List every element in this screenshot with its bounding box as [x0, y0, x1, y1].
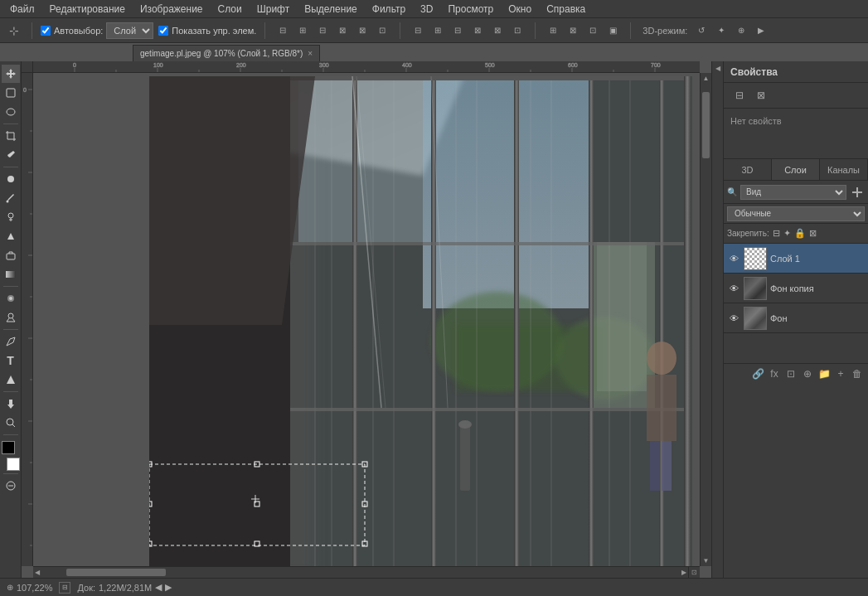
layers-new-button[interactable]	[850, 185, 865, 200]
show-transform-checkbox[interactable]	[158, 26, 168, 36]
proof-colors-button[interactable]: ⊟	[59, 582, 70, 594]
zoom-tool[interactable]	[2, 414, 20, 432]
layer-eye-1[interactable]: 👁	[727, 282, 740, 295]
menu-font[interactable]: Шрифт	[250, 2, 296, 17]
eyedropper-tool[interactable]	[2, 146, 20, 164]
align-center-v-icon[interactable]: ⊠	[353, 22, 371, 40]
layer-item-0[interactable]: 👁 Слой 1	[724, 244, 868, 274]
align-center-h-icon[interactable]: ⊞	[293, 22, 312, 40]
quick-mask-tool[interactable]	[2, 477, 20, 495]
layer-eye-2[interactable]: 👁	[727, 312, 740, 325]
dist-top-icon[interactable]: ⊠	[468, 22, 487, 40]
transform3-icon[interactable]: ⊡	[584, 22, 602, 40]
add-layer-button[interactable]: +	[833, 366, 848, 381]
menu-view[interactable]: Просмотр	[441, 2, 500, 17]
heal-tool[interactable]	[2, 170, 20, 188]
link-layers-button[interactable]: 🔗	[750, 366, 765, 381]
document-tab[interactable]: getimage.pl.jpeg @ 107% (Слой 1, RGB/8*)…	[133, 45, 320, 61]
blend-mode-select[interactable]: Обычные	[727, 206, 865, 221]
move-tool[interactable]	[2, 65, 20, 83]
tab-3d[interactable]: 3D	[724, 159, 772, 180]
properties-icons: ⊟ ⊠	[724, 83, 868, 109]
menu-image[interactable]: Изображение	[133, 2, 210, 17]
autoselect-select[interactable]: Слой	[106, 22, 153, 39]
transform-icons: ⊞ ⊠ ⊡ ▣	[544, 22, 622, 40]
add-group-button[interactable]: 📁	[817, 366, 832, 381]
layers-view-select[interactable]: Вид	[740, 185, 846, 200]
add-style-button[interactable]: fx	[767, 366, 782, 381]
collapse-arrow-1[interactable]: ◀	[715, 65, 720, 72]
layer-eye-0[interactable]: 👁	[727, 252, 740, 265]
layer-item-2[interactable]: 👁 Фон	[724, 303, 868, 333]
dist-center-v-icon[interactable]: ⊠	[488, 22, 507, 40]
3d-pan-icon[interactable]: ✦	[712, 22, 730, 40]
lock-transparency-icon[interactable]: ⊠	[809, 228, 817, 239]
add-adjustment-button[interactable]: ⊕	[800, 366, 815, 381]
scroll-down-arrow[interactable]: ▼	[701, 555, 711, 566]
scroll-thumb-h[interactable]	[66, 569, 166, 576]
scroll-left-arrow[interactable]: ◀	[33, 567, 41, 578]
move-tool-icon[interactable]: ⊹	[5, 22, 23, 40]
pen-tool[interactable]	[2, 332, 20, 351]
brush-tool[interactable]	[2, 189, 20, 207]
scrollbar-horizontal[interactable]: ◀ ▶ ⊡	[33, 566, 700, 578]
path-tool[interactable]	[2, 371, 20, 389]
layer-item-1[interactable]: 👁 Фон копия	[724, 274, 868, 303]
dist-center-h-icon[interactable]: ⊞	[429, 22, 447, 40]
text-tool[interactable]: T	[2, 351, 20, 370]
dist-left-icon[interactable]: ⊟	[409, 22, 427, 40]
align-right-icon[interactable]: ⊟	[313, 22, 332, 40]
background-color[interactable]	[7, 458, 20, 471]
lock-pixels-icon[interactable]: ⊟	[773, 228, 780, 239]
gradient-tool[interactable]	[2, 265, 20, 283]
3d-video-icon[interactable]: ▶	[752, 22, 770, 40]
lock-all-icon[interactable]: 🔒	[794, 228, 806, 239]
tab-channels[interactable]: Каналы	[820, 159, 868, 180]
menu-file[interactable]: Файл	[3, 2, 41, 17]
hand-tool[interactable]	[2, 395, 20, 413]
properties-icon-2[interactable]: ⊠	[752, 86, 770, 104]
menu-select[interactable]: Выделение	[298, 2, 364, 17]
add-mask-button[interactable]: ⊡	[783, 366, 798, 381]
svg-text:400: 400	[402, 62, 412, 68]
scrollbar-vertical[interactable]: ▲ ▼	[700, 73, 711, 566]
clone-tool[interactable]	[2, 208, 20, 226]
doc-arrow-left[interactable]: ◀	[155, 582, 162, 593]
autoselect-checkbox[interactable]	[41, 26, 51, 36]
menu-filter[interactable]: Фильтр	[366, 2, 412, 17]
align-top-icon[interactable]: ⊠	[333, 22, 352, 40]
menu-layers[interactable]: Слои	[211, 2, 249, 17]
navigator-icon[interactable]: ⊡	[688, 567, 700, 579]
transform4-icon[interactable]: ▣	[604, 22, 622, 40]
scroll-thumb-v[interactable]	[702, 92, 710, 158]
transform2-icon[interactable]: ⊠	[564, 22, 582, 40]
eraser-tool[interactable]	[2, 246, 20, 264]
3d-rotate-icon[interactable]: ↺	[692, 22, 710, 40]
align-bottom-icon[interactable]: ⊡	[373, 22, 391, 40]
transform-icon[interactable]: ⊞	[544, 22, 562, 40]
tab-close-button[interactable]: ×	[308, 49, 313, 58]
tool-sep-2	[3, 167, 18, 167]
dist-bottom-icon[interactable]: ⊡	[508, 22, 526, 40]
dist-right-icon[interactable]: ⊟	[449, 22, 467, 40]
history-brush-tool[interactable]	[2, 227, 20, 245]
crop-tool[interactable]	[2, 127, 20, 145]
tab-layers[interactable]: Слои	[772, 159, 820, 180]
scroll-up-arrow[interactable]: ▲	[701, 73, 711, 84]
menu-window[interactable]: Окно	[502, 2, 538, 17]
align-left-icon[interactable]: ⊟	[274, 22, 292, 40]
foreground-color[interactable]	[2, 441, 15, 454]
doc-arrow-right[interactable]: ▶	[165, 582, 172, 593]
menu-edit[interactable]: Редактирование	[43, 2, 132, 17]
delete-layer-button[interactable]: 🗑	[850, 366, 865, 381]
blur-tool[interactable]	[2, 289, 20, 308]
menu-help[interactable]: Справка	[540, 2, 592, 17]
menu-3d[interactable]: 3D	[414, 2, 439, 17]
properties-icon-1[interactable]: ⊟	[730, 86, 749, 104]
lasso-tool[interactable]	[2, 103, 20, 121]
dodge-tool[interactable]	[2, 308, 20, 327]
selection-tool[interactable]	[2, 84, 20, 102]
lock-position-icon[interactable]: ✦	[783, 228, 791, 239]
scroll-right-arrow[interactable]: ▶	[680, 567, 688, 578]
3d-zoom-icon[interactable]: ⊕	[732, 22, 750, 40]
